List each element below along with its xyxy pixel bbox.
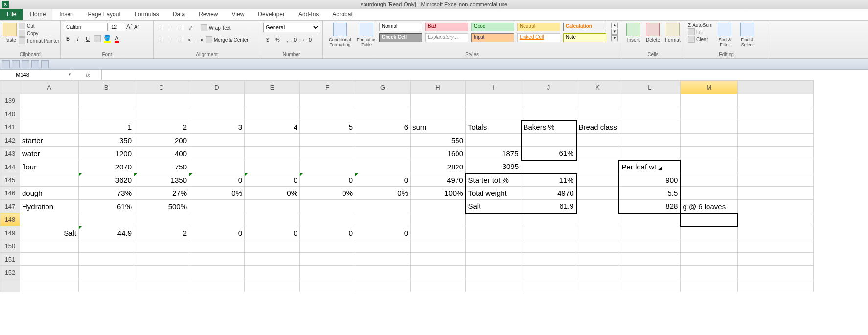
cell-A150[interactable] [20, 239, 79, 253]
cell-B140[interactable] [79, 107, 134, 120]
cell-H145[interactable]: 4970 [411, 173, 466, 187]
cell-C152[interactable] [134, 266, 189, 279]
cell-K140[interactable] [576, 107, 619, 120]
cell-F146[interactable]: 0% [300, 187, 355, 200]
cell-F149[interactable]: 0 [300, 226, 355, 239]
cell-I141[interactable]: Totals [466, 120, 521, 134]
cell-style-good[interactable]: Good [471, 23, 514, 31]
cell-F144[interactable] [300, 160, 355, 173]
cell-B147[interactable]: 61% [79, 200, 134, 213]
insert-cells-button[interactable]: Insert [624, 23, 642, 43]
cell-B142[interactable]: 350 [79, 134, 134, 147]
cell-K151[interactable] [576, 253, 619, 266]
col-header-[interactable] [737, 81, 813, 94]
cell-D142[interactable] [189, 134, 245, 147]
cell-D139[interactable] [189, 94, 245, 107]
tab-review[interactable]: Review [192, 9, 225, 20]
tab-file[interactable]: File [0, 9, 23, 20]
cell-C[interactable] [134, 279, 189, 292]
cell-M152[interactable] [680, 266, 737, 279]
cell-E151[interactable] [245, 253, 300, 266]
cell-J146[interactable]: 4970 [521, 187, 576, 200]
row-header-144[interactable]: 144 [0, 160, 20, 173]
cell-E139[interactable] [245, 94, 300, 107]
col-header-K[interactable]: K [576, 81, 619, 94]
cell-L147[interactable]: 828 [619, 200, 680, 213]
row-header-150[interactable]: 150 [0, 239, 20, 253]
clear-button[interactable]: Clear [688, 36, 708, 43]
qat-save[interactable] [2, 60, 10, 68]
row-header-146[interactable]: 146 [0, 187, 20, 200]
row-header-142[interactable]: 142 [0, 134, 20, 147]
cell-G145[interactable]: 0 [355, 173, 411, 187]
cell-C139[interactable] [134, 94, 189, 107]
cell-A142[interactable]: starter [20, 134, 79, 147]
cell-C143[interactable]: 400 [134, 147, 189, 160]
cell-L151[interactable] [619, 253, 680, 266]
align-middle-button[interactable]: ≡ [166, 24, 175, 32]
cell-H[interactable] [411, 279, 466, 292]
cell-C151[interactable] [134, 253, 189, 266]
cell-D146[interactable]: 0% [189, 187, 245, 200]
col-header-H[interactable]: H [411, 81, 466, 94]
cut-button[interactable]: Cut [19, 23, 35, 29]
styles-scroll-down[interactable]: ▼ [611, 29, 618, 35]
cell-E146[interactable]: 0% [245, 187, 300, 200]
cell-I148[interactable] [466, 213, 521, 226]
cell-K149[interactable] [576, 226, 619, 239]
cell-I150[interactable] [466, 239, 521, 253]
orientation-button[interactable]: ⤢ [186, 24, 195, 32]
cell-D141[interactable]: 3 [189, 120, 245, 134]
name-box-input[interactable] [3, 72, 42, 78]
underline-button[interactable]: U [83, 34, 92, 43]
tab-developer[interactable]: Developer [251, 9, 292, 20]
cell-G152[interactable] [355, 266, 411, 279]
cell-K148[interactable] [576, 213, 619, 226]
format-painter-button[interactable]: Format Painter [19, 37, 59, 44]
cell-style-check-cell[interactable]: Check Cell [379, 33, 422, 42]
cell-K141[interactable]: Bread class [576, 120, 619, 134]
cell-M142[interactable] [680, 134, 737, 147]
cell-F147[interactable] [300, 200, 355, 213]
cell-K150[interactable] [576, 239, 619, 253]
align-top-button[interactable]: ≡ [157, 24, 165, 32]
cell-B145[interactable]: 3620 [79, 173, 134, 187]
cell-D[interactable] [189, 279, 245, 292]
cell-L145[interactable]: 900 [619, 173, 680, 187]
cell-G150[interactable] [355, 239, 411, 253]
cell-K144[interactable] [576, 160, 619, 173]
cell-K147[interactable] [576, 200, 619, 213]
cell-D147[interactable] [189, 200, 245, 213]
cell-G144[interactable] [355, 160, 411, 173]
cell-A143[interactable]: water [20, 147, 79, 160]
cell-E140[interactable] [245, 107, 300, 120]
cell-I149[interactable] [466, 226, 521, 239]
cell-C142[interactable]: 200 [134, 134, 189, 147]
cell-B139[interactable] [79, 94, 134, 107]
cell-I144[interactable]: 3095 [466, 160, 521, 173]
fill-button[interactable]: Fill [688, 28, 703, 35]
inc-decimal-button[interactable]: .0→ [293, 35, 301, 44]
qat-undo[interactable] [12, 60, 20, 68]
cell-M145[interactable] [680, 173, 737, 187]
cell-H141[interactable]: sum [411, 120, 466, 134]
cell-J139[interactable] [521, 94, 576, 107]
cell-144[interactable] [737, 160, 813, 173]
cell-F141[interactable]: 5 [300, 120, 355, 134]
cell-E148[interactable] [245, 213, 300, 226]
align-bottom-button[interactable]: ≡ [176, 24, 185, 32]
cell-K152[interactable] [576, 266, 619, 279]
cell-M141[interactable] [680, 120, 737, 134]
cell-M148[interactable] [680, 213, 737, 226]
cell-J148[interactable] [521, 213, 576, 226]
cell-M139[interactable] [680, 94, 737, 107]
tab-view[interactable]: View [225, 9, 251, 20]
col-header-L[interactable]: L [619, 81, 680, 94]
cell-L146[interactable]: 5.5 [619, 187, 680, 200]
tab-acrobat[interactable]: Acrobat [325, 9, 359, 20]
cell-G139[interactable] [355, 94, 411, 107]
cell-I140[interactable] [466, 107, 521, 120]
autosum-button[interactable]: ΣAutoSum [688, 23, 712, 28]
cell-J150[interactable] [521, 239, 576, 253]
row-header-140[interactable]: 140 [0, 107, 20, 120]
